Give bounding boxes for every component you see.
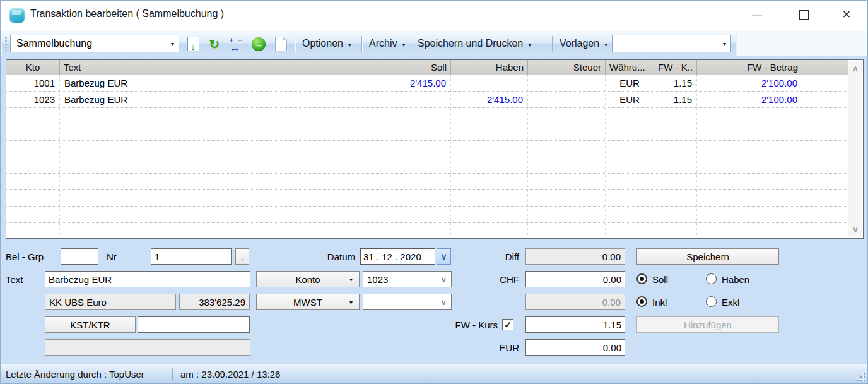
exkl-radio[interactable] xyxy=(706,296,717,307)
kst-ktr-button[interactable]: KST/KTR xyxy=(45,316,136,333)
scroll-down-icon[interactable]: ∨ xyxy=(848,225,862,234)
cell-waehrung: EUR xyxy=(606,92,654,107)
dropdown-arrow-icon: ▾ xyxy=(348,41,351,48)
mwst-dropdown-button[interactable]: MWST ▾ xyxy=(256,294,360,310)
column-header-fw-kurs[interactable]: FW - K.. xyxy=(654,60,697,75)
fw-kurs-checkbox[interactable]: ✓ xyxy=(502,319,513,330)
bookings-table: Kto Text Soll Haben Steuer Währu... FW -… xyxy=(6,59,864,239)
inkl-radio-label: Inkl xyxy=(652,294,690,310)
cell-soll xyxy=(378,92,451,107)
datum-field[interactable]: 31 . 12 . 2020 xyxy=(360,248,435,265)
menu-optionen[interactable]: Optionen ▾ xyxy=(300,35,354,52)
refresh-button[interactable]: ↻ xyxy=(205,35,224,52)
menu-vorlagen[interactable]: Vorlagen ▾ xyxy=(557,35,610,52)
scroll-up-icon[interactable]: ∧ xyxy=(848,64,862,73)
nr-label: Nr xyxy=(107,248,126,265)
account-name-field: KK UBS Euro xyxy=(45,294,176,310)
cell-text: Barbezug EUR xyxy=(60,92,378,107)
cell-soll: 2'415.00 xyxy=(378,75,451,91)
cell-filler xyxy=(802,75,848,91)
transaction-edit-window: Transaktion bearbeiten ( Sammelbuchung )… xyxy=(0,0,868,384)
table-empty-row xyxy=(6,108,848,124)
content-area: Kto Text Soll Haben Steuer Währu... FW -… xyxy=(1,56,868,365)
haben-radio-label: Haben xyxy=(722,271,766,287)
cell-fw-kurs: 1.15 xyxy=(654,92,697,107)
import-document-button[interactable]: ↓ xyxy=(184,35,202,52)
table-empty-row xyxy=(6,157,848,174)
toolbar: Sammelbuchung ▾ ↓ ↻ +− ↔ → xyxy=(1,31,867,56)
table-empty-row xyxy=(6,223,848,239)
cell-fw-kurs: 1.15 xyxy=(654,75,697,91)
menu-speichern-und-drucken[interactable]: Speichern und Drucken ▾ xyxy=(415,35,534,52)
cell-waehrung: EUR xyxy=(606,75,654,91)
table-scrollbar[interactable]: ∧ ∨ xyxy=(848,61,862,237)
column-header-kto[interactable]: Kto xyxy=(6,60,60,75)
close-button[interactable]: × xyxy=(830,2,864,27)
inkl-radio[interactable] xyxy=(636,296,647,307)
cell-kto: 1023 xyxy=(6,92,60,107)
column-header-waehrung[interactable]: Währu... xyxy=(606,60,654,75)
bel-grp-label: Bel - Grp xyxy=(6,248,56,265)
dot-button[interactable]: . xyxy=(235,248,249,265)
titlebar: Transaktion bearbeiten ( Sammelbuchung )… xyxy=(1,1,867,31)
app-icon xyxy=(9,8,25,23)
cell-steuer xyxy=(528,75,606,91)
fw-kurs-label: FW - Kurs xyxy=(442,316,498,333)
chevron-down-icon: ∨ xyxy=(440,275,447,284)
fw-kurs-input[interactable] xyxy=(525,316,625,333)
template-combo[interactable]: ▾ xyxy=(612,35,731,52)
statusbar-separator xyxy=(172,368,173,380)
dropdown-arrow-icon: ▾ xyxy=(171,40,174,47)
maximize-icon xyxy=(799,10,809,20)
datum-label: Datum xyxy=(316,248,355,265)
eur-input[interactable] xyxy=(525,339,625,356)
chevron-down-icon: ∨ xyxy=(440,297,447,307)
soll-radio[interactable] xyxy=(636,273,647,284)
dropdown-arrow-icon: ▾ xyxy=(349,299,353,306)
kst-ktr-input[interactable] xyxy=(138,316,250,333)
column-header-text[interactable]: Text xyxy=(60,60,378,75)
table-row[interactable]: 1001 Barbezug EUR 2'415.00 EUR 1.15 2'10… xyxy=(6,75,848,92)
soll-radio-label: Soll xyxy=(652,271,690,287)
datum-dropdown-button[interactable]: ∨ xyxy=(437,248,451,265)
menu-archiv[interactable]: Archiv ▾ xyxy=(367,35,408,52)
toolbar-strip: Sammelbuchung ▾ ↓ ↻ +− ↔ → xyxy=(2,32,736,56)
konto-dropdown-button[interactable]: Konto ▾ xyxy=(256,271,360,287)
new-document-button[interactable] xyxy=(271,35,290,52)
column-header-soll[interactable]: Soll xyxy=(378,60,451,75)
statusbar-changed-by: Letzte Änderung durch : TopUser xyxy=(6,364,144,383)
refresh-icon: ↻ xyxy=(209,37,220,52)
table-empty-row xyxy=(6,174,848,190)
bel-grp-input[interactable] xyxy=(61,248,98,265)
maximize-button[interactable] xyxy=(787,2,821,27)
booking-type-combo[interactable]: Sammelbuchung ▾ xyxy=(10,35,179,52)
check-icon: ✓ xyxy=(504,320,512,330)
dropdown-arrow-icon: ▾ xyxy=(402,41,405,48)
haben-radio[interactable] xyxy=(706,273,717,284)
cell-fw-betrag: 2'100.00 xyxy=(697,75,802,91)
mwst-combo[interactable]: ∨ xyxy=(363,294,452,310)
text-input[interactable] xyxy=(45,271,250,287)
minimize-button[interactable]: — xyxy=(740,2,774,27)
hinzufuegen-button[interactable]: Hinzufügen xyxy=(636,316,779,333)
new-document-icon xyxy=(275,37,287,51)
chevron-down-icon: ∨ xyxy=(440,251,447,261)
column-header-fw-betrag[interactable]: FW - Betrag xyxy=(697,60,802,75)
dropdown-arrow-icon: ▾ xyxy=(528,41,531,48)
adjust-columns-icon: +− ↔ xyxy=(228,36,243,52)
resize-grip[interactable] xyxy=(855,371,865,381)
toolbar-grip-handle[interactable] xyxy=(5,37,7,51)
column-header-haben[interactable]: Haben xyxy=(451,60,528,75)
table-row[interactable]: 1023 Barbezug EUR 2'415.00 EUR 1.15 2'10… xyxy=(6,92,848,108)
go-next-button[interactable]: → xyxy=(249,35,268,52)
adjust-columns-button[interactable]: +− ↔ xyxy=(226,35,245,52)
chf-input[interactable] xyxy=(525,271,625,287)
konto-combo[interactable]: 1023 ∨ xyxy=(363,271,452,287)
window-title: Transaktion bearbeiten ( Sammelbuchung ) xyxy=(30,8,224,20)
column-header-steuer[interactable]: Steuer xyxy=(528,60,606,75)
diff-label: Diff xyxy=(480,248,519,265)
nr-input[interactable] xyxy=(151,248,232,265)
speichern-button[interactable]: Speichern xyxy=(636,248,779,265)
toolbar-separator xyxy=(361,36,362,52)
cell-filler xyxy=(802,92,848,107)
